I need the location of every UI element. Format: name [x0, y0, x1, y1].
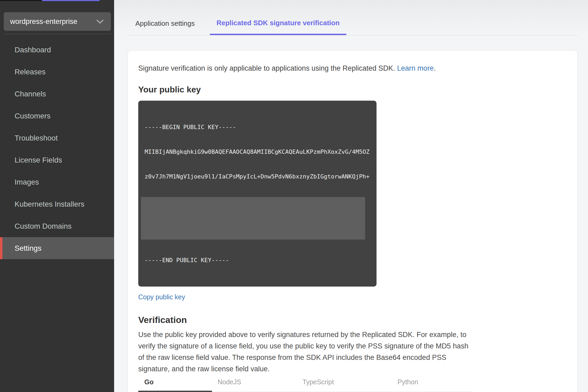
sidebar-item-images[interactable]: Images [0, 171, 114, 193]
top-nav-strip [0, 0, 42, 1]
sdk-verification-card: Signature verification is only applicabl… [128, 50, 578, 392]
code-tab-python[interactable]: Python [397, 374, 418, 392]
sidebar-nav: Dashboard Releases Channels Customers Tr… [0, 39, 114, 259]
app-selector-value: wordpress-enterprise [10, 18, 77, 26]
sidebar: wordpress-enterprise Dashboard Releases … [0, 0, 114, 392]
sidebar-item-kubernetes-installers[interactable]: Kubernetes Installers [0, 193, 114, 215]
verification-heading: Verification [138, 314, 577, 326]
page-root: { "topbar": { "accent_color": "#6b68e8" … [0, 0, 588, 392]
sidebar-item-customers[interactable]: Customers [0, 105, 114, 127]
public-key-end-line: -----END PUBLIC KEY----- [145, 256, 371, 264]
sidebar-item-dashboard[interactable]: Dashboard [0, 39, 114, 61]
sidebar-item-license-fields[interactable]: License Fields [0, 149, 114, 171]
sidebar-item-custom-domains[interactable]: Custom Domains [0, 215, 114, 237]
code-tab-typescript[interactable]: TypeScript [302, 374, 334, 392]
redacted-key-overlay [141, 197, 365, 240]
learn-more-link[interactable]: Learn more [397, 64, 434, 72]
top-nav-active-indicator [42, 0, 100, 1]
public-key-block: -----BEGIN PUBLIC KEY----- MIIBIjANBgkqh… [138, 101, 377, 287]
sidebar-item-channels[interactable]: Channels [0, 83, 114, 105]
sidebar-item-settings[interactable]: Settings [0, 237, 114, 259]
main-content: Application settings Replicated SDK sign… [114, 0, 588, 392]
intro-text: Signature verification is only applicabl… [138, 63, 577, 73]
tab-application-settings[interactable]: Application settings [135, 19, 195, 35]
intro-text-body: Signature verification is only applicabl… [138, 64, 397, 72]
copy-public-key-link[interactable]: Copy public key [138, 292, 185, 301]
app-selector-dropdown[interactable]: wordpress-enterprise [4, 12, 111, 31]
code-language-tabs: Go NodeJS TypeScript Python [138, 375, 473, 392]
sidebar-item-troubleshoot[interactable]: Troubleshoot [0, 127, 114, 149]
public-key-begin-line: -----BEGIN PUBLIC KEY----- [145, 123, 371, 131]
code-tab-active-underline [138, 391, 212, 392]
chevron-down-icon [96, 18, 104, 25]
intro-text-suffix: . [434, 64, 436, 72]
sidebar-divider [4, 34, 111, 34]
public-key-line: MIIBIjANBgkqhkiG9w0BAQEFAAOCAQ8AMIIBCgKC… [145, 148, 371, 156]
tab-sdk-signature-verification[interactable]: Replicated SDK signature verification [210, 19, 346, 35]
public-key-heading: Your public key [138, 84, 577, 95]
code-tab-go[interactable]: Go [144, 374, 154, 392]
settings-tabs: Application settings Replicated SDK sign… [128, 0, 578, 35]
sidebar-item-releases[interactable]: Releases [0, 61, 114, 83]
verification-description: Use the public key provided above to ver… [138, 329, 475, 375]
code-tab-nodejs[interactable]: NodeJS [218, 374, 241, 392]
public-key-line: z0v7Jh7M1NgV1joeu9l1/IaCPsMpyIcL+Dnw5Pdv… [145, 172, 371, 181]
